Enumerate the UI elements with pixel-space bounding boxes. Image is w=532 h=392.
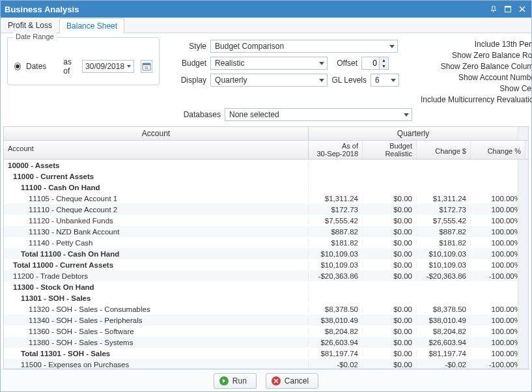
account-cell: 11110 - Cheque Account 2 bbox=[4, 206, 309, 214]
account-cell: Total 11301 - SOH - Sales bbox=[4, 350, 309, 357]
col-change-pct[interactable]: Change % bbox=[471, 141, 525, 159]
value-cell: 100.00% bbox=[471, 228, 518, 236]
config-panel: Date Range Dates as of 30/09/2018 31 bbox=[1, 33, 531, 126]
grid-header-cols: Account As of30-Sep-2018 BudgetRealistic… bbox=[4, 141, 528, 160]
budget-select[interactable]: Realistic bbox=[210, 57, 328, 70]
tab-profit-loss[interactable]: Profit & Loss bbox=[1, 18, 59, 33]
table-row[interactable]: 11200 - Trade Debtors-$20,363.86$0.00-$2… bbox=[4, 270, 518, 281]
offset-spinner[interactable]: ▲▼ bbox=[361, 57, 389, 70]
table-row[interactable]: Total 11301 - SOH - Sales$81,197.74$0.00… bbox=[4, 348, 518, 359]
header-period-group[interactable]: Quarterly bbox=[309, 127, 518, 140]
value-cell: 100.00% bbox=[471, 250, 518, 258]
value-cell: 100.00% bbox=[471, 328, 518, 335]
value-cell: 100.00% bbox=[471, 239, 518, 247]
value-cell: $8,378.50 bbox=[417, 305, 471, 313]
display-select[interactable]: Quarterly bbox=[210, 74, 328, 87]
account-cell: 10000 - Assets bbox=[4, 161, 309, 169]
title-bar: Business Analysis bbox=[1, 1, 531, 18]
gl-levels-label: GL Levels bbox=[331, 76, 367, 85]
style-select[interactable]: Budget Comparison bbox=[210, 40, 398, 53]
chevron-down-icon bbox=[404, 113, 409, 117]
value-cell: $26,603.94 bbox=[309, 339, 363, 346]
header-account-group[interactable]: Account bbox=[4, 127, 309, 140]
account-cell: 11200 - Trade Debtors bbox=[4, 272, 309, 280]
grid-body[interactable]: 10000 - Assets11000 - Current Assets1110… bbox=[4, 160, 518, 369]
value-cell: 100.00% bbox=[471, 206, 518, 214]
as-of-label: as of bbox=[63, 57, 77, 76]
grid-header-group: Account Quarterly bbox=[4, 127, 528, 141]
table-row[interactable]: 11110 - Cheque Account 2$172.73$0.00$172… bbox=[4, 204, 518, 215]
scrollbar[interactable] bbox=[518, 160, 528, 369]
chevron-down-icon bbox=[127, 65, 131, 68]
account-cell: 11500 - Expenses on Purchases bbox=[4, 361, 309, 369]
maximize-icon[interactable] bbox=[503, 4, 513, 14]
col-account[interactable]: Account bbox=[4, 141, 309, 159]
table-row[interactable]: 11120 - Unbanked Funds$7,555.42$0.00$7,5… bbox=[4, 215, 518, 226]
as-of-date-value: 30/09/2018 bbox=[85, 62, 124, 71]
table-row[interactable]: 11380 - SOH - Sales - Systems$26,603.94$… bbox=[4, 337, 518, 348]
value-cell: $26,603.94 bbox=[417, 339, 471, 346]
table-row[interactable]: 11320 - SOH - Sales - Consumables$8,378.… bbox=[4, 303, 518, 315]
value-cell: 100.00% bbox=[471, 305, 518, 313]
table-row[interactable]: Total 11100 - Cash On Hand$10,109.03$0.0… bbox=[4, 248, 518, 259]
value-cell: 100.00% bbox=[471, 217, 518, 225]
window: Business Analysis Profit & Loss Balance … bbox=[0, 0, 532, 392]
run-label: Run bbox=[232, 376, 247, 385]
table-row[interactable]: 11140 - Petty Cash$181.82$0.00$181.82100… bbox=[4, 237, 518, 248]
table-row[interactable]: 11130 - NZD Bank Account$887.82$0.00$887… bbox=[4, 226, 518, 237]
value-cell: $10,109.03 bbox=[309, 250, 363, 258]
table-row[interactable]: 11000 - Current Assets bbox=[4, 171, 518, 182]
table-row[interactable]: 11105 - Cheque Account 1$1,311.24$0.00$1… bbox=[4, 193, 518, 204]
run-button[interactable]: Run bbox=[214, 373, 257, 389]
value-cell: $7,555.42 bbox=[309, 217, 363, 225]
value-cell: $81,197.74 bbox=[417, 350, 471, 357]
account-cell: 11140 - Petty Cash bbox=[4, 239, 309, 247]
account-cell: 11301 - SOH - Sales bbox=[4, 294, 309, 302]
table-row[interactable]: Total 11000 - Current Assets$10,109.03$0… bbox=[4, 259, 518, 270]
value-cell: $181.82 bbox=[309, 239, 363, 247]
style-label: Style bbox=[171, 42, 206, 51]
cancel-icon bbox=[272, 376, 281, 385]
cancel-button[interactable]: Cancel bbox=[266, 373, 318, 389]
table-row[interactable]: 10000 - Assets bbox=[4, 160, 518, 171]
value-cell: -$0.02 bbox=[417, 361, 471, 369]
account-cell: 11340 - SOH - Sales - Peripherals bbox=[4, 316, 309, 324]
chevron-down-icon bbox=[319, 79, 324, 82]
value-cell: $38,010.49 bbox=[309, 316, 363, 324]
databases-value: None selected bbox=[229, 110, 279, 119]
close-icon[interactable] bbox=[517, 4, 527, 14]
col-change-dollar[interactable]: Change $ bbox=[417, 141, 471, 159]
value-cell: $0.00 bbox=[363, 272, 417, 280]
chevron-down-icon bbox=[389, 45, 395, 48]
spin-down-icon[interactable]: ▼ bbox=[380, 63, 388, 69]
databases-select[interactable]: None selected bbox=[225, 108, 412, 121]
gl-levels-select[interactable]: 6 bbox=[371, 74, 399, 87]
col-asof[interactable]: As of30-Sep-2018 bbox=[309, 141, 363, 159]
param-block: Style Budget Comparison Budget Realistic… bbox=[171, 37, 399, 87]
tab-balance-sheet[interactable]: Balance Sheet bbox=[59, 18, 124, 33]
pin-icon[interactable] bbox=[488, 4, 499, 14]
col-budget[interactable]: BudgetRealistic bbox=[363, 141, 417, 159]
as-of-date-input[interactable]: 30/09/2018 bbox=[82, 60, 134, 73]
value-cell: 100.00% bbox=[471, 261, 518, 269]
window-title: Business Analysis bbox=[5, 5, 79, 14]
calendar-icon: 31 bbox=[142, 62, 151, 71]
value-cell: $81,197.74 bbox=[309, 350, 363, 357]
table-row[interactable]: 11100 - Cash On Hand bbox=[4, 182, 518, 193]
table-row[interactable]: 11300 - Stock On Hand bbox=[4, 281, 518, 292]
table-row[interactable]: 11340 - SOH - Sales - Peripherals$38,010… bbox=[4, 315, 518, 326]
account-cell: Total 11000 - Current Assets bbox=[4, 261, 309, 269]
table-row[interactable]: 11360 - SOH - Sales - Software$8,204.82$… bbox=[4, 326, 518, 337]
account-cell: 11130 - NZD Bank Account bbox=[4, 228, 309, 236]
table-row[interactable]: 11301 - SOH - Sales bbox=[4, 292, 518, 303]
opt-zero-rows-label: Show Zero Balance Rows bbox=[452, 51, 532, 60]
spin-up-icon[interactable]: ▲ bbox=[380, 57, 388, 63]
value-cell: $10,109.03 bbox=[417, 261, 471, 269]
table-row[interactable]: 11500 - Expenses on Purchases-$0.02$0.00… bbox=[4, 359, 518, 369]
date-picker-button[interactable]: 31 bbox=[141, 60, 152, 73]
offset-input[interactable] bbox=[361, 57, 380, 70]
account-cell: 11300 - Stock On Hand bbox=[4, 283, 309, 291]
dates-radio[interactable] bbox=[14, 63, 21, 70]
value-cell: $8,204.82 bbox=[417, 328, 471, 335]
gl-levels-value: 6 bbox=[375, 76, 380, 85]
